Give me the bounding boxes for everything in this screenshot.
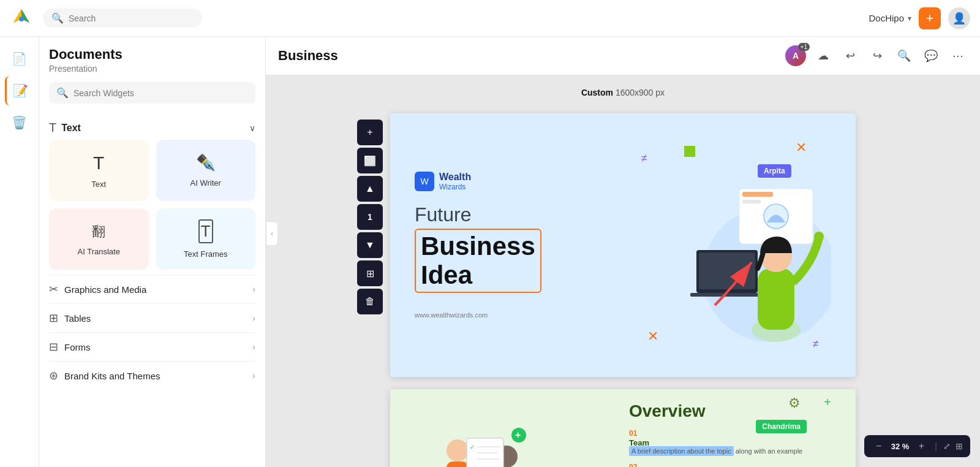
- text-section-chevron-icon: ∨: [249, 123, 255, 133]
- red-arrow: [709, 250, 770, 314]
- plus-deco-icon: +: [824, 395, 831, 409]
- widget-ai-translate[interactable]: 翻 AI Translate: [49, 208, 149, 270]
- move-down-button[interactable]: ▼: [357, 232, 383, 258]
- topbar: 🔍 DocHipo ▾ + 👤: [0, 0, 980, 37]
- deco-x-2: ✕: [647, 328, 658, 344]
- edit-rail-icon: 📝: [13, 83, 28, 98]
- redo-icon[interactable]: ↪: [867, 46, 887, 66]
- add-slide-button[interactable]: +: [357, 120, 383, 145]
- zoom-grid-button[interactable]: ⊞: [956, 441, 963, 451]
- brand-kits-icon: ⊛: [49, 369, 58, 382]
- zoom-out-button[interactable]: −: [872, 439, 886, 454]
- widget-ai-writer[interactable]: ✒️ AI Writer: [156, 140, 256, 201]
- slide-1-container: + ⬜ ▲ 1 ▼ ⊞ 🗑 W Wealth W: [390, 113, 856, 377]
- widget-search-input[interactable]: [74, 88, 248, 98]
- topbar-search-icon: 🔍: [51, 12, 64, 24]
- widget-search-box[interactable]: 🔍: [49, 82, 255, 104]
- widget-text-icon: T: [93, 153, 104, 173]
- widget-grid: T Text ✒️ AI Writer 翻 AI Translate T Tex…: [49, 140, 255, 270]
- duplicate-slide-button[interactable]: ⬜: [357, 148, 383, 173]
- brand-kits-chevron-icon: ›: [252, 371, 255, 381]
- widget-text-frames[interactable]: T Text Frames: [156, 208, 256, 270]
- deco-ne-1: ≠: [641, 152, 647, 165]
- svg-rect-4: [742, 192, 773, 197]
- zoom-expand-button[interactable]: ⤢: [943, 441, 951, 451]
- undo-icon[interactable]: ↩: [840, 46, 860, 66]
- widget-ai-writer-label: AI Writer: [190, 178, 221, 188]
- slide-1-left: W Wealth Wizards Future Business Idea: [415, 172, 611, 318]
- slide-1[interactable]: W Wealth Wizards Future Business Idea: [390, 113, 856, 377]
- comments-icon[interactable]: 💬: [921, 46, 941, 66]
- nav-item-tables[interactable]: ⊞ Tables ›: [49, 303, 255, 332]
- nav-item-graphics[interactable]: ✂ Graphics and Media ›: [49, 275, 255, 303]
- nav-item-brand-kits[interactable]: ⊛ Brand Kits and Themes ›: [49, 361, 255, 390]
- rail-item-trash[interactable]: 🗑️: [5, 108, 34, 137]
- floating-toolbar: + ⬜ ▲ 1 ▼ ⊞ 🗑: [357, 120, 383, 314]
- brand-name: DocHipo: [869, 13, 904, 23]
- topbar-search-box[interactable]: 🔍: [43, 9, 202, 28]
- icon-rail: 📄 📝 🗑️: [0, 37, 39, 467]
- overview-title: Overview: [629, 401, 837, 421]
- nav-item-forms[interactable]: ⊟ Forms ›: [49, 332, 255, 361]
- logo-sub: Wizards: [439, 183, 471, 191]
- widget-search-icon: 🔍: [56, 87, 69, 99]
- collaborator-count-badge: +1: [798, 43, 810, 51]
- logo-text: Wealth: [439, 172, 471, 183]
- user-icon[interactable]: 👤: [948, 7, 970, 29]
- more-options-icon[interactable]: ⋯: [948, 46, 968, 66]
- zoom-bar: − 32 % + | ⤢ ⊞: [864, 435, 970, 457]
- zoom-value: 32 %: [891, 442, 910, 451]
- tables-icon: ⊞: [49, 311, 58, 325]
- text-section-header[interactable]: T Text ∨: [49, 116, 255, 140]
- text-section-label: Text: [61, 123, 81, 134]
- search-canvas-icon[interactable]: 🔍: [894, 46, 914, 66]
- sidebar: Documents Presentation 🔍 T Text ∨ T Text…: [39, 37, 266, 467]
- widget-ai-translate-label: AI Translate: [78, 247, 120, 256]
- graphics-label: Graphics and Media: [64, 284, 146, 295]
- slide-2-container: ✓ + ⚙: [390, 389, 856, 467]
- canvas-header: Business A +1 ☁ ↩ ↪ 🔍 💬 ⋯: [266, 37, 980, 75]
- cloud-save-icon[interactable]: ☁: [813, 46, 833, 66]
- deco-x-1: ✕: [796, 140, 807, 156]
- brand-kits-label: Brand Kits and Themes: [64, 371, 160, 381]
- text-section-icon: T: [49, 121, 56, 135]
- chandrima-label: Chandrima: [756, 420, 807, 433]
- slide-1-right: ✕ ≠ ✕ ≠ Arpita: [635, 127, 831, 363]
- overview-right: ⚙ + Overview 01 Team A brief description…: [629, 401, 837, 467]
- canvas-area: Business A +1 ☁ ↩ ↪ 🔍 💬 ⋯ Custom 1600x90…: [266, 37, 980, 467]
- slide-1-illustration: [635, 127, 831, 360]
- gear-icon: ⚙: [788, 395, 801, 411]
- move-up-button[interactable]: ▲: [357, 176, 383, 202]
- slide-heading: Future Business Idea: [415, 203, 611, 292]
- sidebar-title: Documents: [49, 47, 255, 63]
- slide-future-text: Future: [415, 203, 611, 226]
- tables-chevron-icon: ›: [252, 313, 255, 323]
- topbar-search-input[interactable]: [69, 13, 194, 23]
- brand-dropdown[interactable]: DocHipo ▾: [869, 13, 911, 23]
- rail-item-document[interactable]: 📄: [5, 44, 34, 74]
- overview-illustration: ✓ +: [409, 401, 580, 467]
- zoom-in-button[interactable]: +: [914, 439, 929, 454]
- graphics-icon: ✂: [49, 283, 58, 296]
- slide-2[interactable]: ✓ + ⚙: [390, 389, 856, 467]
- main-layout: 📄 📝 🗑️ Documents Presentation 🔍 T Text ∨: [0, 37, 980, 467]
- overview-num-1: 01: [629, 429, 637, 438]
- rail-item-edit[interactable]: 📝: [5, 76, 34, 105]
- forms-icon: ⊟: [49, 340, 58, 354]
- canvas-scroll-area[interactable]: Custom 1600x900 px + ⬜ ▲ 1 ▼ ⊞ 🗑: [266, 75, 980, 467]
- collaborators-avatar[interactable]: A +1: [785, 45, 806, 66]
- svg-point-13: [814, 232, 824, 241]
- graphics-chevron-icon: ›: [252, 284, 255, 294]
- widget-text[interactable]: T Text: [49, 140, 149, 201]
- svg-point-1: [19, 17, 24, 21]
- app-logo[interactable]: [10, 6, 33, 31]
- sidebar-collapse-button[interactable]: ‹: [266, 221, 278, 246]
- widget-text-frames-icon: T: [198, 219, 213, 243]
- logo-icon: W: [415, 172, 434, 191]
- overview-item-text-1: A brief description about the topic alon…: [629, 447, 837, 455]
- delete-slide-button[interactable]: 🗑: [357, 289, 383, 314]
- overview-left: ✓ +: [409, 401, 617, 467]
- layout-button[interactable]: ⊞: [357, 260, 383, 286]
- add-button[interactable]: +: [919, 7, 941, 29]
- canvas-title: Business: [278, 48, 338, 64]
